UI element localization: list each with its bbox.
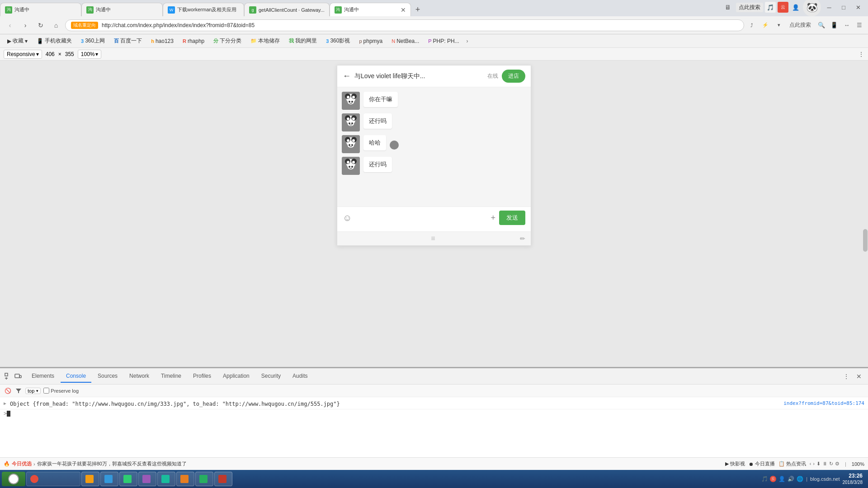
devtools-tab-audits[interactable]: Audits <box>287 370 313 383</box>
dropdown-button[interactable]: ▾ <box>774 21 784 29</box>
browser-viewport: ← 与Love violet life聊天中... 在线 进店 <box>0 61 868 367</box>
taskbar-app-3[interactable] <box>119 472 137 486</box>
bookmark-phpmya[interactable]: p phpmya <box>355 37 386 46</box>
scrollbar-thumb[interactable] <box>863 229 868 252</box>
search-button[interactable]: 点此搜索 <box>736 3 763 12</box>
devtools-tab-elements[interactable]: Elements <box>26 370 60 383</box>
lightning-button[interactable]: ⚡ <box>759 21 772 29</box>
expand-arrow-icon[interactable]: ▶ <box>4 400 6 407</box>
svg-rect-36 <box>5 373 8 376</box>
bookmark-collect[interactable]: ▶ 收藏 ▾ <box>4 36 31 46</box>
tab-3-label: 下载workerman及相关应用 <box>177 6 239 13</box>
bookmark-netbea[interactable]: N NetBea... <box>388 37 423 46</box>
zoom-select[interactable]: 100% ▾ <box>78 50 102 59</box>
browser-status-bar: 🔥 今日优选 › 你家孩一年花孩子就要花掉80万，郭嘉城投不反查看这些视频知道了… <box>0 457 868 470</box>
clear-console-button[interactable]: 🚫 <box>4 387 12 395</box>
taskbar-app-8[interactable] <box>214 472 232 486</box>
live-button[interactable]: ⏺ 今日直播 <box>749 460 775 467</box>
tab-3[interactable]: W 下载workerman及相关应用 <box>163 3 244 16</box>
tab-4[interactable]: g getAllClientCount · Gateway... <box>244 3 330 16</box>
taskbar-app-6[interactable] <box>176 472 194 486</box>
preserve-log-checkbox[interactable] <box>43 388 49 394</box>
pause-icon[interactable]: ⏸ <box>822 461 827 467</box>
tab-5-close[interactable]: ✕ <box>401 6 406 14</box>
bookmark-local[interactable]: 📁 本地储存 <box>247 36 283 46</box>
bookmark-rhaphp[interactable]: R rhaphp <box>179 37 208 46</box>
share-button[interactable]: ⤴ <box>747 21 757 29</box>
search-icon[interactable]: 🔍 <box>816 20 826 30</box>
bookmarks-more[interactable]: › <box>465 38 470 44</box>
devtools-tab-security[interactable]: Security <box>256 370 286 383</box>
prev-news-button[interactable]: ‹ <box>810 461 811 467</box>
filter-dropdown[interactable]: top ▾ <box>25 388 41 394</box>
download-icon[interactable]: ⬇ <box>816 461 821 467</box>
devtools-responsive-icon[interactable] <box>14 372 23 381</box>
new-tab-button[interactable]: + <box>411 3 425 16</box>
devtools-close-button[interactable]: ✕ <box>854 371 864 382</box>
edit-pencil-icon[interactable]: ✏ <box>520 235 525 242</box>
taskbar-app-1[interactable] <box>81 472 99 486</box>
back-button[interactable]: ‹ <box>4 19 16 32</box>
fast-video-button[interactable]: ▶ 快影视 <box>725 460 745 467</box>
reload-button[interactable]: ↻ <box>34 19 47 32</box>
taskbar-app-7[interactable] <box>195 472 213 486</box>
devtools-inspect-icon[interactable] <box>4 372 13 381</box>
tab-4-label: getAllClientCount · Gateway... <box>259 7 325 13</box>
taskbar-app-2[interactable] <box>100 472 118 486</box>
devtools-tab-application[interactable]: Application <box>217 370 255 383</box>
tab-5[interactable]: 沟 沟通中 ✕ <box>330 3 411 16</box>
search-label[interactable]: 点此搜索 <box>787 21 814 29</box>
bookmark-php[interactable]: P PHP: PH... <box>425 37 462 46</box>
minimize-button[interactable]: ─ <box>823 1 835 14</box>
php-icon: P <box>428 38 431 44</box>
start-button[interactable] <box>2 472 25 486</box>
devtools-tab-sources[interactable]: Sources <box>92 370 123 383</box>
tab-2[interactable]: 沟 沟通中 <box>81 3 163 16</box>
app3-icon <box>123 475 132 483</box>
net-icon: N <box>392 38 395 44</box>
bookmark-mywang[interactable]: 我 我的网里 <box>285 36 321 46</box>
address-input[interactable]: 域名重定向 http://chat.com/index.php/index/in… <box>65 19 744 31</box>
console-line-1[interactable]: ▶ Object {from_head: "http://www.hwqugou… <box>0 399 868 409</box>
devtools-tab-console[interactable]: Console <box>61 370 91 383</box>
devtools-tab-network[interactable]: Network <box>124 370 155 383</box>
responsive-more[interactable]: ⋮ <box>858 51 864 58</box>
maximize-button[interactable]: □ <box>837 1 850 14</box>
viewport-height: 355 <box>65 51 74 57</box>
attach-button[interactable]: + <box>491 213 495 223</box>
refresh-icon[interactable]: ↻ <box>829 461 833 467</box>
chat-back-button[interactable]: ← <box>343 71 351 81</box>
responsive-select[interactable]: Responsive ▾ <box>4 50 42 59</box>
devtools-tab-profiles[interactable]: Profiles <box>188 370 217 383</box>
bookmark-mobile[interactable]: 📱 手机收藏夹 <box>33 36 75 46</box>
close-button[interactable]: ✕ <box>852 1 864 14</box>
devtools-actions: ⋮ ✕ <box>841 371 864 382</box>
mobile-icon: 📱 <box>37 38 43 44</box>
taskbar-app-5[interactable] <box>157 472 175 486</box>
enter-shop-button[interactable]: 进店 <box>502 70 525 83</box>
taskbar-app-ie[interactable] <box>26 472 80 486</box>
console-source-link[interactable]: index?fromid=87&toid=85:174 <box>783 400 864 408</box>
devtools-tab-timeline[interactable]: Timeline <box>156 370 187 383</box>
bookmark-fenfen[interactable]: 分 下分分类 <box>210 36 245 46</box>
menu-icon[interactable]: ☰ <box>854 20 864 30</box>
tab-1[interactable]: 沟 沟通中 <box>0 3 81 16</box>
settings-icon[interactable]: ⚙ <box>835 461 840 467</box>
home-button[interactable]: ⌂ <box>50 19 62 32</box>
console-output-text: Object {from_head: "http://www.hwqugou.c… <box>10 400 780 408</box>
preserve-log-label[interactable]: Preserve log <box>43 388 79 394</box>
forward-button[interactable]: › <box>19 19 32 32</box>
emoji-button[interactable]: ☺ <box>343 213 352 223</box>
devtools-more-button[interactable]: ⋮ <box>841 371 852 382</box>
bookmark-baidu[interactable]: 百 百度一下 <box>110 36 146 46</box>
send-button[interactable]: 发送 <box>499 211 525 225</box>
bookmark-360video[interactable]: 3 360影视 <box>322 36 354 46</box>
tab-4-icon: g <box>249 6 256 14</box>
fen-icon: 分 <box>213 38 218 44</box>
news-button[interactable]: 📋 热点资讯 <box>778 460 806 467</box>
bookmark-360[interactable]: 3 360上网 <box>77 36 108 46</box>
next-news-button[interactable]: › <box>813 461 815 467</box>
bookmark-hao123[interactable]: h hao123 <box>147 37 177 46</box>
svg-point-26 <box>351 144 353 146</box>
taskbar-app-4[interactable] <box>138 472 156 486</box>
